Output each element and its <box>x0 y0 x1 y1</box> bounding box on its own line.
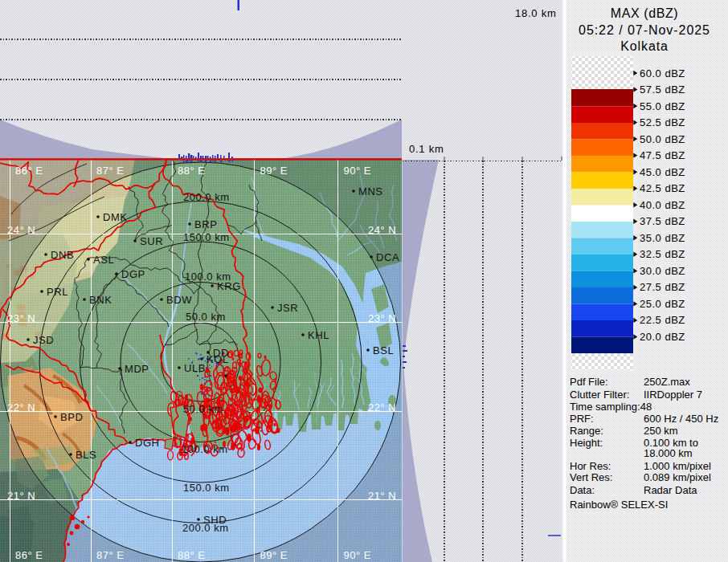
svg-text:88° E: 88° E <box>178 165 205 177</box>
svg-text:600 Hz / 450 Hz: 600 Hz / 450 Hz <box>644 413 718 425</box>
svg-text:PRF:: PRF: <box>570 413 594 425</box>
svg-text:MAX (dBZ): MAX (dBZ) <box>611 6 679 20</box>
svg-text:89° E: 89° E <box>260 549 288 561</box>
svg-text:0.1 km: 0.1 km <box>409 143 444 155</box>
svg-text:PRL: PRL <box>47 286 68 298</box>
svg-text:90° E: 90° E <box>344 549 371 561</box>
svg-text:DMK: DMK <box>103 211 128 223</box>
svg-text:Time sampling:48: Time sampling:48 <box>570 401 652 413</box>
svg-text:MNS: MNS <box>358 185 383 198</box>
svg-text:JSD: JSD <box>33 334 54 346</box>
svg-text:Pdf File:: Pdf File: <box>570 376 608 388</box>
svg-text:BNK: BNK <box>89 294 112 306</box>
svg-text:21° N: 21° N <box>7 490 35 502</box>
svg-text:IIRDoppler 7: IIRDoppler 7 <box>644 389 702 401</box>
svg-text:KRG: KRG <box>217 280 241 292</box>
svg-text:1.000 km/pixel: 1.000 km/pixel <box>644 460 711 472</box>
svg-text:DGP: DGP <box>121 268 145 280</box>
svg-text:88° E: 88° E <box>178 549 205 561</box>
svg-text:50.0 km: 50.0 km <box>186 311 226 323</box>
svg-text:25.0 dBZ: 25.0 dBZ <box>640 298 685 310</box>
svg-text:BPD: BPD <box>60 411 83 423</box>
svg-text:DGH: DGH <box>135 437 160 449</box>
svg-text:47.5 dBZ: 47.5 dBZ <box>640 149 685 161</box>
svg-text:18.000 km: 18.000 km <box>644 447 693 459</box>
svg-text:24° N: 24° N <box>7 224 35 236</box>
svg-text:100.0 km: 100.0 km <box>182 443 227 455</box>
svg-text:50.0 km: 50.0 km <box>183 403 223 415</box>
svg-text:DCA: DCA <box>376 251 399 263</box>
svg-text:21° N: 21° N <box>368 490 396 502</box>
svg-text:60.0 dBZ: 60.0 dBZ <box>640 67 685 79</box>
svg-text:ASL: ASL <box>93 254 114 266</box>
svg-text:57.5 dBZ: 57.5 dBZ <box>640 83 685 96</box>
svg-text:SHD: SHD <box>203 514 227 526</box>
svg-text:24° N: 24° N <box>368 224 396 236</box>
svg-text:KOL: KOL <box>207 353 229 365</box>
svg-text:55.0 dBZ: 55.0 dBZ <box>640 100 685 112</box>
svg-text:32.5 dBZ: 32.5 dBZ <box>640 248 685 260</box>
svg-text:250 km: 250 km <box>644 425 678 437</box>
svg-text:Vert Res:: Vert Res: <box>570 471 612 483</box>
svg-text:27.5 dBZ: 27.5 dBZ <box>640 281 685 293</box>
svg-text:22° N: 22° N <box>368 401 396 413</box>
svg-text:BLS: BLS <box>76 449 96 461</box>
svg-text:37.5 dBZ: 37.5 dBZ <box>640 215 685 227</box>
svg-text:50.0 dBZ: 50.0 dBZ <box>640 133 685 145</box>
svg-text:0.089 km/pixel: 0.089 km/pixel <box>644 471 711 483</box>
svg-text:86° E: 86° E <box>15 549 43 561</box>
svg-text:250Z.max: 250Z.max <box>644 376 690 388</box>
svg-text:MDP: MDP <box>125 363 149 375</box>
svg-text:87° E: 87° E <box>96 165 124 177</box>
svg-text:Clutter Filter:: Clutter Filter: <box>570 389 629 401</box>
svg-text:20.0 dBZ: 20.0 dBZ <box>640 331 685 343</box>
svg-text:35.0 dBZ: 35.0 dBZ <box>640 232 685 244</box>
svg-text:52.5 dBZ: 52.5 dBZ <box>640 116 685 128</box>
svg-text:JSR: JSR <box>277 302 298 314</box>
svg-text:KHL: KHL <box>308 329 329 341</box>
svg-text:BDW: BDW <box>166 294 192 306</box>
svg-text:BSL: BSL <box>373 344 394 356</box>
svg-text:ULB: ULB <box>184 362 206 374</box>
svg-text:Range:: Range: <box>570 425 603 437</box>
svg-text:45.0 dBZ: 45.0 dBZ <box>640 166 685 178</box>
svg-text:89° E: 89° E <box>260 165 288 177</box>
svg-text:Radar Data: Radar Data <box>644 484 697 496</box>
svg-text:BRP: BRP <box>194 218 217 230</box>
svg-text:200.0 km: 200.0 km <box>183 191 229 203</box>
svg-text:40.0 dBZ: 40.0 dBZ <box>640 199 685 211</box>
svg-text:150.0 km: 150.0 km <box>183 231 229 243</box>
svg-text:87° E: 87° E <box>96 549 124 561</box>
svg-text:Height:: Height: <box>570 437 603 449</box>
svg-text:SUR: SUR <box>140 235 163 247</box>
svg-text:Rainbow® SELEX-SI: Rainbow® SELEX-SI <box>570 499 668 511</box>
svg-text:18.0 km: 18.0 km <box>515 7 557 19</box>
svg-text:23° N: 23° N <box>7 312 35 324</box>
svg-text:90° E: 90° E <box>344 165 371 177</box>
svg-text:42.5 dBZ: 42.5 dBZ <box>640 182 685 194</box>
svg-text:22.5 dBZ: 22.5 dBZ <box>640 314 685 326</box>
svg-text:DNB: DNB <box>51 249 74 261</box>
svg-text:Kolkata: Kolkata <box>620 39 669 53</box>
svg-text:05:22 / 07-Nov-2025: 05:22 / 07-Nov-2025 <box>579 23 710 37</box>
svg-text:22° N: 22° N <box>7 401 35 413</box>
svg-text:23° N: 23° N <box>368 312 396 324</box>
svg-text:30.0 dBZ: 30.0 dBZ <box>640 265 685 277</box>
svg-text:86° E: 86° E <box>15 165 43 177</box>
svg-text:Hor Res:: Hor Res: <box>570 460 611 472</box>
svg-text:150.0 km: 150.0 km <box>183 482 229 494</box>
svg-text:Data:: Data: <box>570 484 595 496</box>
